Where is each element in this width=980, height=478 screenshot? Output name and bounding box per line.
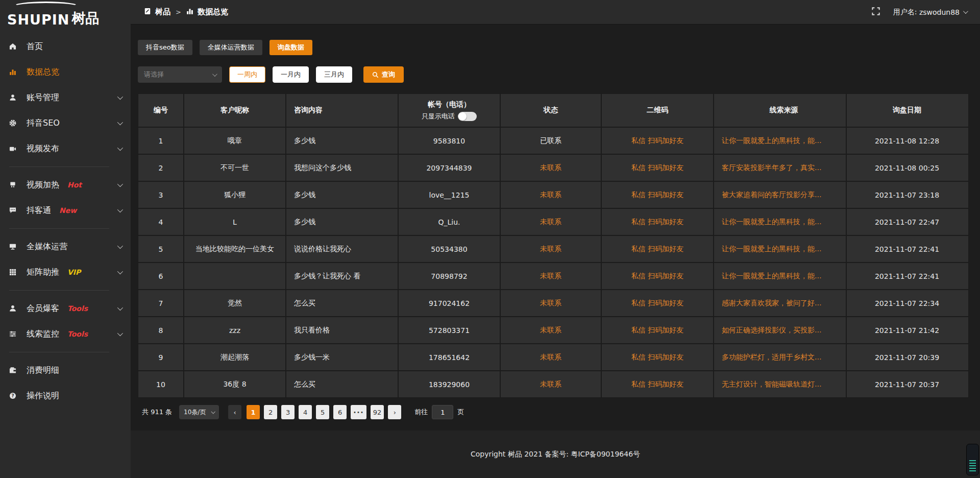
source-link[interactable]: 让你一眼就爱上的黑科技，能...	[722, 245, 821, 254]
tab-label: 询盘数据	[278, 43, 304, 52]
sidebar-item[interactable]: 视频发布	[0, 136, 131, 161]
sidebar-item[interactable]: 矩阵助推 VIP	[0, 259, 131, 285]
source-link[interactable]: 如何正确选择投影仪，买投影...	[722, 326, 821, 335]
page-buttons: 123456•••92	[247, 405, 384, 419]
prev-page-button[interactable]: ‹	[228, 405, 241, 419]
sidebar-item[interactable]: 首页	[0, 34, 131, 59]
page-size-select[interactable]: 10条/页	[179, 405, 219, 419]
qr-link[interactable]: 私信 扫码加好友	[631, 190, 683, 200]
filter-select[interactable]: 请选择	[138, 66, 222, 83]
qr-link[interactable]: 私信 扫码加好友	[631, 272, 683, 281]
phone-only-toggle[interactable]	[458, 112, 477, 121]
doc-icon	[144, 8, 151, 17]
source-link[interactable]: 多功能护栏灯，适用于乡村文...	[722, 353, 821, 362]
sidebar-item-label: 线索监控	[27, 329, 59, 340]
table-body: 1 哦章 多少钱 9583810 已联系 私信 扫码加好友 让你一眼就爱上的黑科…	[138, 128, 968, 397]
cell-id: 1	[138, 128, 184, 154]
cell-status: 未联系	[501, 236, 602, 262]
qr-link[interactable]: 私信 扫码加好友	[631, 326, 683, 335]
cell-content: 说说价格让我死心	[286, 236, 399, 262]
breadcrumb-root[interactable]: 树品	[155, 7, 170, 17]
pagination: 共 911 条 10条/页 ‹ 123456•••92 › 前往 页	[138, 405, 973, 419]
sidebar-item-label: 视频加热	[27, 180, 59, 190]
source-link[interactable]: 被大家追着问的客厅投影分享...	[722, 190, 821, 200]
column-header-nickname: 客户呢称	[184, 94, 286, 127]
source-link[interactable]: 客厅安装投影半年多了，真实...	[722, 163, 821, 173]
qr-link[interactable]: 私信 扫码加好友	[631, 163, 683, 173]
cell-content: 多少钱	[286, 128, 399, 154]
breadcrumb: 树品 > 数据总览	[144, 7, 228, 17]
qr-link[interactable]: 私信 扫码加好友	[631, 299, 683, 308]
cell-id: 10	[138, 371, 184, 397]
user-menu[interactable]: 用户名: zswodun88	[893, 8, 967, 17]
page-number-button[interactable]: 4	[299, 405, 312, 419]
sidebar-item[interactable]: 全媒体运营	[0, 234, 131, 259]
data-tab[interactable]: 抖音seo数据	[138, 40, 192, 55]
page-number-button[interactable]: 92	[371, 405, 384, 419]
goto-page-input[interactable]	[432, 405, 453, 419]
source-link[interactable]: 让你一眼就爱上的黑科技，能...	[722, 272, 821, 281]
sidebar-item-label: 全媒体运营	[27, 242, 67, 252]
cell-content: 多少钱	[286, 209, 399, 235]
table-row: 3 狐小狸 多少钱 love__1215 未联系 私信 扫码加好友 被大家追着问…	[138, 182, 968, 209]
member-icon	[9, 305, 19, 312]
sidebar-item[interactable]: ? 操作说明	[0, 383, 131, 409]
range-button-label: 一周内	[237, 70, 257, 79]
source-link[interactable]: 让你一眼就爱上的黑科技，能...	[722, 136, 821, 146]
source-link[interactable]: 让你一眼就爱上的黑科技，能...	[722, 218, 821, 227]
data-tab[interactable]: 全媒体运营数据	[200, 40, 262, 55]
qr-link[interactable]: 私信 扫码加好友	[631, 380, 683, 389]
range-button[interactable]: 一月内	[273, 66, 309, 83]
qr-link[interactable]: 私信 扫码加好友	[631, 136, 683, 146]
cell-status: 已联系	[501, 128, 602, 154]
footer-bar: Copyright 树品 2021 备案号: 粤ICP备09019646号	[131, 431, 980, 478]
cell-nickname: 不可一世	[184, 155, 286, 181]
sidebar-item[interactable]: 视频加热 Hot	[0, 172, 131, 198]
cell-nickname: 狐小狸	[184, 182, 286, 208]
goto-suffix: 页	[457, 408, 464, 417]
cell-status: 未联系	[501, 182, 602, 208]
sidebar-item[interactable]: 账号管理	[0, 85, 131, 110]
app-logo[interactable]: SHUPIN 树品	[0, 0, 131, 32]
sidebar-item[interactable]: 会员爆客 Tools	[0, 296, 131, 321]
qr-link[interactable]: 私信 扫码加好友	[631, 245, 683, 254]
table-header-row: 编号 客户呢称 咨询内容 帐号（电话） 只显示电话 状态 二维码 线索来源 询盘…	[138, 94, 968, 128]
source-link[interactable]: 感谢大家喜欢我家，被问了好...	[722, 299, 821, 308]
cell-status: 未联系	[501, 344, 602, 370]
sidebar-item[interactable]: 消费明细	[0, 357, 131, 383]
cell-nickname: 觉然	[184, 290, 286, 316]
chevron-down-icon	[117, 181, 123, 187]
sidebar-item[interactable]: 线索监控 Tools	[0, 321, 131, 347]
cell-nickname: 36度 8	[184, 371, 286, 397]
table-row: 7 觉然 怎么买 917024162 未联系 私信 扫码加好友 感谢大家喜欢我家…	[138, 290, 968, 317]
more-pages-button[interactable]: •••	[351, 405, 366, 419]
sidebar-item[interactable]: 抖客通 New	[0, 198, 131, 223]
page-number-button[interactable]: 3	[281, 405, 295, 419]
query-button[interactable]: 查询	[363, 66, 404, 83]
source-link[interactable]: 无主灯设计，智能磁吸轨道灯...	[722, 380, 821, 389]
sidebar-item[interactable]: 抖音SEO	[0, 110, 131, 136]
qr-link[interactable]: 私信 扫码加好友	[631, 353, 683, 362]
next-page-button[interactable]: ›	[388, 405, 401, 419]
tab-label: 抖音seo数据	[146, 43, 184, 52]
sidebar-item-badge: VIP	[67, 268, 81, 276]
cell-nickname: 哦章	[184, 128, 286, 154]
monitor-icon	[9, 243, 19, 250]
cell-date: 2021-11-07 20:37	[847, 371, 967, 397]
cell-status: 未联系	[501, 371, 602, 397]
page-number-button[interactable]: 5	[316, 405, 329, 419]
video-icon	[9, 145, 19, 152]
data-tab[interactable]: 询盘数据	[270, 40, 312, 55]
page-number-button[interactable]: 6	[333, 405, 347, 419]
range-button[interactable]: 一周内	[229, 66, 265, 83]
sidebar-item-label: 矩阵助推	[27, 267, 59, 278]
range-button[interactable]: 三月内	[316, 66, 352, 83]
help-icon: ?	[9, 392, 19, 399]
page-number-button[interactable]: 1	[247, 405, 260, 419]
page-number-button[interactable]: 2	[264, 405, 277, 419]
sidebar-divider	[9, 166, 109, 167]
fullscreen-icon[interactable]	[872, 7, 880, 17]
qr-link[interactable]: 私信 扫码加好友	[631, 218, 683, 227]
table-row: 4 L 多少钱 Q_Liu. 未联系 私信 扫码加好友 让你一眼就爱上的黑科技，…	[138, 209, 968, 236]
sidebar-item[interactable]: 数据总览	[0, 59, 131, 85]
